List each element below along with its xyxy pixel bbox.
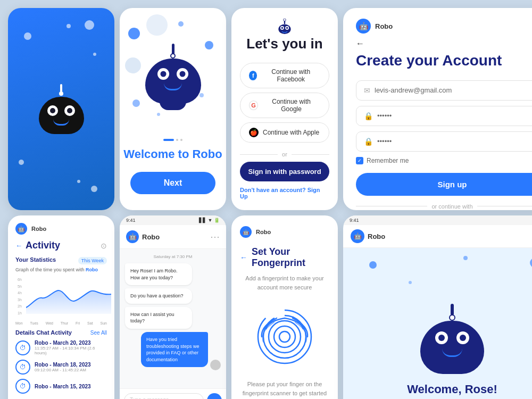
more-options-icon[interactable]: ⋯ — [210, 231, 220, 243]
facebook-signin-button[interactable]: f Continue with Facebook — [240, 63, 329, 88]
welcome-rose-card: 9:41 ▋▋ ▼ 🔋 🤖 Robo ⚙ — [343, 215, 532, 399]
chat-header: 🤖 Robo ⋯ — [120, 225, 226, 249]
decor-dot — [91, 186, 97, 192]
menu-icon[interactable]: ⊙ — [101, 242, 107, 250]
email-field[interactable]: ✉ levis-andrew@gmail.com — [356, 80, 532, 101]
clock-icon: ⏱ — [15, 379, 30, 394]
signin-password-button[interactable]: Sign in with password — [240, 162, 329, 181]
create-title: Create your Account — [356, 52, 532, 70]
decor-dot — [93, 53, 96, 56]
activity-text: Robo - March 18, 2023 09:12:00 AM - 11:4… — [35, 362, 91, 372]
remember-checkbox[interactable]: ✓ — [356, 157, 363, 164]
activity-text: Robo - March 20, 2023 11:35:27 AM - 14:1… — [35, 340, 107, 355]
email-value: levis-andrew@gmail.com — [375, 86, 452, 94]
message-3: How can I assist you today? — [125, 307, 192, 329]
message-2: Do you have a question? — [125, 288, 192, 304]
decor-dot — [19, 160, 24, 165]
fp-back-button[interactable]: ← — [240, 253, 247, 262]
details-header: Details Chat Activity See All — [15, 329, 107, 336]
lock-icon: 🔒 — [364, 112, 373, 120]
chat-input-area: Type a message... ➤ — [120, 388, 226, 399]
no-account-text: Don't have an account? — [240, 187, 306, 193]
robot-smile — [164, 83, 182, 90]
chat-card: 9:41 ▋▋ ▼ 🔋 🤖 Robo ⋯ Saturday at 7:30 PM… — [120, 215, 226, 399]
wr-robot-head — [420, 321, 484, 374]
robot-left-eye — [157, 68, 169, 80]
back-button[interactable]: ← — [356, 39, 532, 48]
fp-description: Add a fingerprint to make your account m… — [240, 274, 329, 292]
decor-dot — [157, 113, 160, 116]
activity-title-row: ← Activity — [15, 240, 60, 251]
next-button[interactable]: Next — [130, 172, 215, 194]
password-field[interactable]: 🔒 •••••• — [356, 106, 532, 126]
back-arrow[interactable]: ← — [15, 242, 22, 250]
robo-label: Robo — [31, 226, 46, 232]
welcome-rose-title: Welcome, Rose! — [407, 383, 497, 396]
indicator-inactive — [180, 139, 182, 141]
activity-item-3: ⏱ Robo - March 15, 2023 — [15, 379, 107, 394]
signin-card: Let's you in f Continue with Facebook G … — [231, 8, 338, 210]
apple-signin-button[interactable]: 🍎 Continue with Apple — [240, 122, 329, 143]
robot-left-eye — [47, 105, 58, 116]
robot-pupil — [161, 71, 167, 77]
decor-dot — [77, 180, 80, 183]
wr-status-bar: 9:41 ▋▋ ▼ 🔋 — [343, 215, 532, 225]
wr-pupil — [438, 335, 445, 341]
indicator-inactive — [176, 139, 178, 141]
robot-antenna-tip — [170, 53, 176, 59]
confirm-password-field[interactable]: 🔒 •••••• — [356, 131, 532, 152]
remember-row: ✓ Remember me — [356, 157, 532, 164]
welcome-title: Welcome to Robo — [123, 147, 222, 161]
wr-time: 9:41 — [350, 218, 359, 223]
status-time: 9:41 — [126, 218, 136, 223]
facebook-icon: f — [249, 71, 257, 80]
decor-dot — [24, 32, 31, 40]
wr-robot — [420, 304, 484, 374]
float-dot — [530, 258, 532, 268]
fp-bottom-text: Please put your finger on the fingerprin… — [240, 380, 329, 397]
or-divider: or — [240, 151, 329, 157]
svg-point-2 — [281, 27, 283, 29]
activity-item-title: Robo - March 18, 2023 — [35, 362, 91, 368]
or-continue: or continue with — [356, 203, 532, 210]
chart-svg — [26, 276, 111, 314]
robot-smile — [53, 119, 69, 126]
robot-antenna-tip — [59, 92, 63, 96]
card-header: 🤖 Robo — [356, 19, 532, 34]
decor-dot — [128, 28, 140, 39]
wr-robot-eyes — [435, 321, 469, 344]
wr-robot-smile — [442, 348, 462, 357]
chat-date: Saturday at 7:30 PM — [125, 254, 221, 259]
or-continue-text: or continue with — [431, 203, 472, 210]
indicator-active — [163, 139, 174, 141]
or-text: or — [282, 151, 287, 157]
fp-badge: 🤖 — [240, 226, 252, 238]
robot-right-eye — [177, 68, 188, 80]
apple-icon: 🍎 — [249, 128, 259, 137]
user-avatar — [210, 360, 221, 370]
status-icons: ▋▋ ▼ 🔋 — [199, 218, 220, 223]
google-signin-button[interactable]: G Continue with Google — [240, 93, 329, 118]
signup-prompt: Don't have an account? Sign Up — [240, 187, 329, 200]
robot-large-head — [145, 59, 201, 104]
signup-button[interactable]: Sign up — [356, 173, 532, 196]
graph-description: Graph of the time you spent with Robo — [15, 267, 107, 272]
see-all-link[interactable]: See All — [90, 330, 107, 336]
activity-chart: 6h 5h 4h 3h 2h 1h — [15, 276, 107, 318]
chat-name: Robo — [142, 233, 160, 241]
robo-badge: 🤖 — [356, 19, 371, 34]
email-icon: ✉ — [364, 86, 370, 95]
chat-input[interactable]: Type a message... — [124, 393, 204, 399]
wr-antenna-tip — [449, 314, 455, 321]
wr-header: 🤖 Robo ⚙ — [343, 225, 532, 248]
this-week-badge: This Week — [78, 257, 107, 264]
decor-dot — [66, 24, 71, 28]
activity-text: Robo - March 15, 2023 — [35, 384, 91, 389]
wr-antenna-stem — [451, 304, 454, 315]
activity-header: ← Activity ⊙ — [15, 240, 107, 251]
wr-pupil — [460, 335, 466, 341]
clock-icon: ⏱ — [15, 360, 30, 375]
robo-badge-sm: 🤖 — [15, 223, 27, 235]
send-button[interactable]: ➤ — [207, 393, 222, 399]
page-indicator — [163, 139, 182, 141]
